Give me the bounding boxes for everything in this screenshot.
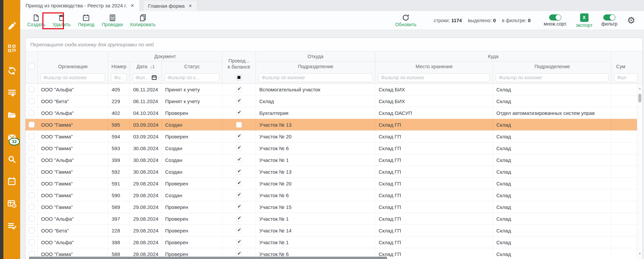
row-checkbox[interactable] xyxy=(29,169,35,175)
row-checkbox[interactable] xyxy=(29,204,35,210)
table-row[interactable]: ООО "Гамма" 595 03.09.2024 Создан Участо… xyxy=(26,119,642,131)
close-icon[interactable]: ✕ xyxy=(188,3,192,8)
copy-button[interactable]: Копировать xyxy=(126,13,159,28)
table-row[interactable]: ООО "Гамма" 591 29.08.2024 Проверен ✔ Уч… xyxy=(26,178,642,189)
row-select-cell[interactable] xyxy=(26,213,38,224)
from-division-filter-input[interactable] xyxy=(259,73,373,82)
table-row[interactable]: ООО "Бета" 229 06.11.2024 Принят к учету… xyxy=(26,95,642,107)
posted-checkbox[interactable]: ✔ xyxy=(236,216,242,222)
edit-icon[interactable] xyxy=(3,19,20,34)
row-select-cell[interactable] xyxy=(26,189,38,201)
tasks-checklist-icon[interactable] xyxy=(3,218,20,233)
row-select-cell[interactable] xyxy=(26,178,38,189)
table-row[interactable]: ООО "Гамма" 593 30.08.2024 Создан ✔ Учас… xyxy=(26,142,642,154)
select-all-checkbox[interactable] xyxy=(29,63,35,69)
row-checkbox[interactable] xyxy=(29,157,35,163)
row-checkbox[interactable] xyxy=(29,251,35,257)
row-select-cell[interactable] xyxy=(26,166,38,177)
row-checkbox[interactable] xyxy=(29,122,35,128)
vertical-scrollbar[interactable]: ▲ ▼ xyxy=(637,84,642,259)
column-organization[interactable]: Организация xyxy=(38,51,108,84)
row-select-cell[interactable] xyxy=(26,142,38,154)
column-number[interactable]: Номер xyxy=(108,61,130,84)
row-select-cell[interactable] xyxy=(26,225,38,236)
posted-checkbox[interactable]: ✔ xyxy=(236,192,242,198)
column-status[interactable]: Статус xyxy=(162,61,222,84)
report-table-icon[interactable] xyxy=(3,196,20,211)
posted-checkbox[interactable]: ✔ xyxy=(236,87,242,92)
postings-button[interactable]: Проводки xyxy=(98,13,127,28)
calendar-icon[interactable] xyxy=(3,174,20,189)
filter-toggle[interactable]: фильтр xyxy=(601,14,617,26)
table-row[interactable]: ООО "Альфа" 397 29.08.2024 Проверен ✔ Уч… xyxy=(26,213,642,225)
posted-checkbox[interactable]: ✔ xyxy=(236,145,242,151)
tab-main-form[interactable]: Главная форма ✕ xyxy=(143,0,197,11)
row-select-cell[interactable] xyxy=(26,119,38,130)
export-list-icon[interactable] xyxy=(3,85,20,100)
posted-checkbox[interactable]: ✔ xyxy=(236,181,242,186)
table-row[interactable]: ООО "Гамма" 589 29.08.2024 Проверен ✔ Уч… xyxy=(26,201,642,213)
posted-checkbox[interactable]: ✔ xyxy=(236,110,242,116)
column-sum[interactable]: Сум xyxy=(611,51,643,84)
to-division-filter-input[interactable] xyxy=(496,73,609,82)
row-checkbox[interactable] xyxy=(29,133,35,139)
row-checkbox[interactable] xyxy=(29,180,35,186)
create-button[interactable]: Создать xyxy=(24,13,49,28)
horizontal-scrollbar-thumb[interactable] xyxy=(29,257,387,259)
status-filter-input[interactable] xyxy=(164,73,220,82)
posted-checkbox[interactable] xyxy=(236,122,242,128)
toggle-on-icon[interactable] xyxy=(603,14,615,20)
tab-registry-2024[interactable]: Приход из производства - Реестр за 2024 … xyxy=(21,0,139,11)
multi-sort-toggle[interactable]: множ.сорт. xyxy=(544,14,567,26)
refresh-button[interactable]: Обновить xyxy=(391,13,420,28)
scroll-up-icon[interactable]: ▲ xyxy=(637,86,642,90)
table-row[interactable]: ООО "Альфа" 399 30.08.2024 Создан ✔ Учас… xyxy=(26,154,642,166)
table-row[interactable]: ООО "Бета" 228 29.08.2024 Проверен ✔ Уча… xyxy=(26,225,642,236)
search-icon[interactable] xyxy=(3,152,20,167)
row-select-cell[interactable] xyxy=(26,201,38,213)
storage-filter-input[interactable] xyxy=(378,73,490,82)
row-select-cell[interactable] xyxy=(26,236,38,248)
posted-checkbox[interactable]: ✔ xyxy=(236,157,242,163)
scroll-down-icon[interactable]: ▼ xyxy=(637,252,642,256)
vertical-scrollbar-thumb[interactable] xyxy=(638,94,641,102)
column-storage[interactable]: Место хранения xyxy=(375,61,493,84)
row-checkbox[interactable] xyxy=(29,145,35,151)
row-checkbox[interactable] xyxy=(29,98,35,104)
row-checkbox[interactable] xyxy=(29,216,35,222)
close-icon[interactable]: ✕ xyxy=(130,3,135,8)
posted-checkbox[interactable]: ✔ xyxy=(236,228,242,233)
column-posted[interactable]: Провод... в балансе xyxy=(222,51,256,84)
column-to-division[interactable]: Подразделение xyxy=(493,61,611,84)
row-checkbox[interactable] xyxy=(29,239,35,245)
excel-icon[interactable]: X xyxy=(580,13,589,22)
toggle-on-icon[interactable] xyxy=(549,14,561,20)
table-row[interactable]: ООО "Гамма" 594 03.09.2024 Проверен ✔ Уч… xyxy=(26,131,642,142)
folder-icon[interactable] xyxy=(3,107,20,122)
row-checkbox[interactable] xyxy=(29,86,35,92)
row-select-cell[interactable] xyxy=(26,154,38,166)
posted-checkbox[interactable]: ✔ xyxy=(236,251,242,257)
column-date[interactable]: Дата↓1 xyxy=(130,61,162,84)
row-select-cell[interactable] xyxy=(26,131,38,142)
row-select-cell[interactable] xyxy=(26,95,38,107)
delete-button[interactable]: Удалить xyxy=(49,13,74,28)
posted-filter-checkbox[interactable] xyxy=(236,75,242,80)
sync-icon[interactable] xyxy=(3,63,20,78)
qr-code-icon[interactable] xyxy=(3,41,20,56)
row-checkbox[interactable] xyxy=(29,110,35,116)
column-from-division[interactable]: Подразделение xyxy=(256,61,375,84)
table-row[interactable]: ООО "Альфа" 398 28.08.2024 Проверен ✔ Уч… xyxy=(26,236,642,248)
row-select-cell[interactable] xyxy=(26,107,38,119)
sum-filter-input[interactable] xyxy=(614,73,638,82)
table-row[interactable]: ООО "Гамма" 590 29.08.2024 Создан ✔ Учас… xyxy=(26,189,642,201)
number-filter-input[interactable] xyxy=(111,73,127,82)
group-by-dropzone[interactable]: Перетащите сюда колонку для группировки … xyxy=(26,38,642,51)
posted-checkbox[interactable]: ✔ xyxy=(236,169,242,175)
gear-icon[interactable]: ⚙ xyxy=(627,16,635,25)
posted-checkbox[interactable]: ✔ xyxy=(236,98,242,104)
posted-checkbox[interactable]: ✔ xyxy=(236,240,242,245)
organization-filter-input[interactable] xyxy=(40,73,105,82)
posted-checkbox[interactable]: ✔ xyxy=(236,134,242,139)
period-button[interactable]: Период xyxy=(74,13,98,28)
